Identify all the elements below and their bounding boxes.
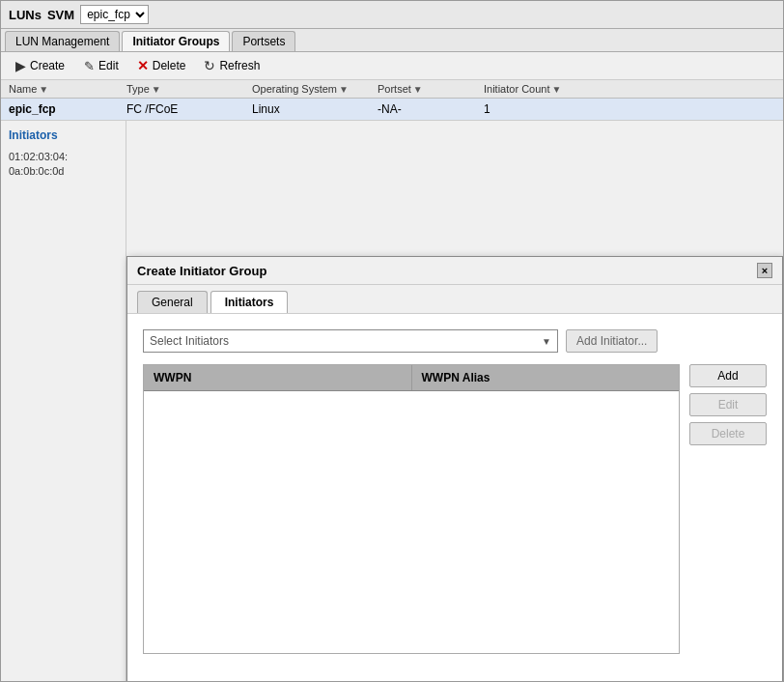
row-name: epic_fcp: [1, 102, 126, 116]
row-os: Linux: [252, 102, 378, 116]
table-header: Name ▼ Type ▼ Operating System ▼ Portset…: [1, 80, 783, 99]
filter-icon-portset: ▼: [413, 84, 423, 95]
wwpn-alias-col-header: WWPN Alias: [412, 365, 680, 390]
row-initiator-count: 1: [484, 102, 590, 116]
create-button[interactable]: ▶ Create: [7, 56, 71, 75]
svm-selector[interactable]: epic_fcp: [80, 5, 149, 24]
tab-lun-management[interactable]: LUN Management: [5, 31, 120, 51]
nav-tabs: LUN Management Initiator Groups Portsets: [1, 29, 783, 52]
select-initiators-row: Select Initiators ▼ Add Initiator...: [143, 329, 767, 353]
refresh-button[interactable]: ↻ Refresh: [196, 56, 266, 75]
modal-title-bar: Create Initiator Group ×: [127, 257, 782, 285]
modal-tabs: General Initiators: [127, 285, 782, 314]
delete-icon: ✕: [136, 59, 150, 72]
refresh-icon: ↻: [203, 59, 216, 72]
toolbar: ▶ Create ✎ Edit ✕ Delete ↻ Refresh: [1, 52, 783, 80]
left-panel-content: 01:02:03:04:0a:0b:0c:0d: [9, 150, 118, 180]
edit-row-button[interactable]: Edit: [689, 393, 767, 416]
title-bar: LUNs SVM epic_fcp: [1, 1, 783, 29]
col-header-initiator-count: Initiator Count ▼: [484, 83, 590, 95]
edit-button[interactable]: ✎ Edit: [75, 56, 126, 75]
svm-label: SVM: [47, 8, 74, 22]
row-portset: -NA-: [378, 102, 484, 116]
table-side-buttons: Add Edit Delete: [689, 364, 767, 654]
modal-body: Select Initiators ▼ Add Initiator... WWP…: [127, 314, 782, 681]
refresh-label: Refresh: [219, 59, 260, 72]
edit-icon: ✎: [82, 59, 96, 72]
delete-row-button[interactable]: Delete: [689, 422, 767, 445]
filter-icon-os: ▼: [339, 84, 349, 95]
wwpn-col-header: WWPN: [144, 365, 412, 390]
wwpn-table-body: [144, 391, 679, 650]
select-placeholder: Select Initiators: [150, 334, 229, 348]
tab-initiator-groups[interactable]: Initiator Groups: [122, 31, 230, 51]
modal-dialog: Create Initiator Group × General Initiat…: [126, 256, 783, 681]
table-row[interactable]: epic_fcp FC /FCoE Linux -NA- 1: [1, 99, 783, 121]
filter-icon-type: ▼: [152, 84, 161, 95]
create-label: Create: [30, 59, 65, 72]
left-panel-title: Initiators: [9, 128, 118, 142]
row-type: FC /FCoE: [126, 102, 252, 116]
edit-label: Edit: [98, 59, 119, 72]
create-icon: ▶: [14, 59, 27, 72]
col-header-os: Operating System ▼: [252, 83, 378, 95]
tab-portsets[interactable]: Portsets: [232, 31, 295, 51]
left-panel: Initiators 01:02:03:04:0a:0b:0c:0d: [1, 121, 126, 681]
delete-button[interactable]: ✕ Delete: [129, 56, 193, 75]
delete-label: Delete: [153, 59, 186, 72]
modal-close-button[interactable]: ×: [757, 263, 772, 278]
modal-title: Create Initiator Group: [137, 264, 266, 278]
col-header-type: Type ▼: [126, 83, 252, 95]
initiators-select[interactable]: Select Initiators ▼: [143, 329, 558, 353]
wwpn-table-header: WWPN WWPN Alias: [144, 365, 679, 391]
content-area: Initiators 01:02:03:04:0a:0b:0c:0d Creat…: [1, 121, 783, 681]
add-row-button[interactable]: Add: [689, 364, 767, 387]
filter-icon-name: ▼: [39, 84, 48, 95]
modal-tab-initiators[interactable]: Initiators: [210, 291, 289, 313]
app-title: LUNs: [9, 8, 42, 22]
col-header-name: Name ▼: [1, 83, 126, 95]
wwpn-table: WWPN WWPN Alias: [143, 364, 680, 654]
modal-tab-general[interactable]: General: [137, 291, 208, 313]
add-initiator-button[interactable]: Add Initiator...: [566, 329, 658, 353]
col-header-portset: Portset ▼: [378, 83, 484, 95]
wwpn-table-container: WWPN WWPN Alias Add Edit Delete: [143, 364, 767, 654]
dropdown-icon: ▼: [542, 336, 551, 347]
filter-icon-count: ▼: [551, 84, 561, 95]
